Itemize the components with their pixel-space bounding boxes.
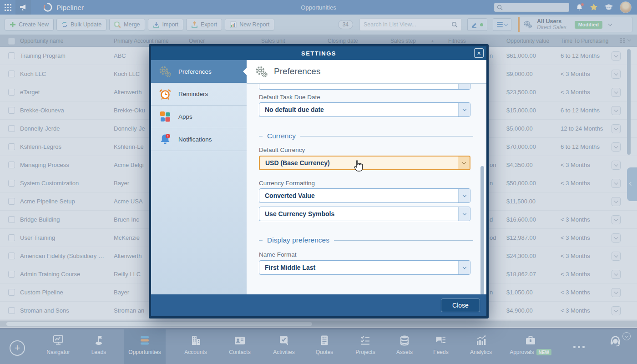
puzzle-apps-icon [158,110,172,124]
gears-icon [158,65,172,78]
sidebar-item-label: Preferences [178,68,212,75]
chevron-down-icon [458,84,470,89]
settings-content-header: Preferences [247,60,486,84]
modal-close-button[interactable]: × [474,48,484,58]
chevron-down-icon [458,157,470,169]
currency-symbols-select[interactable]: Use Currency Symbols [259,207,470,221]
modal-footer: Close [151,294,486,316]
content-header-title: Preferences [274,66,320,76]
task-due-date-value: No default due date [265,106,324,113]
modal-scrollbar[interactable] [480,166,484,294]
task-due-date-label: Default Task Due Date [259,94,486,101]
chevron-down-icon [458,207,470,221]
currency-section-title: Currency [259,131,473,141]
task-due-date-select[interactable]: No default due date [259,102,470,117]
chevron-down-icon [458,103,470,116]
cutoff-select[interactable] [259,84,470,90]
name-format-value: First Middle Last [265,264,315,271]
sidebar-item-apps[interactable]: Apps [151,106,247,128]
currency-formatting-select[interactable]: Converted Value [259,188,470,203]
settings-sidebar: Preferences Reminders Apps ! Notificatio… [151,60,247,294]
svg-text:!: ! [167,134,169,138]
settings-modal: SETTINGS × Preferences Reminders Apps ! [149,44,489,318]
currency-formatting-label: Currency Formatting [259,180,486,187]
name-format-label: Name Format [259,251,486,258]
notification-bell-icon: ! [158,133,172,147]
cursor-pointer [354,159,365,174]
chevron-down-icon [458,261,470,274]
sidebar-item-preferences[interactable]: Preferences [151,60,247,83]
app-screen: Pipeliner Opportunities Create New [0,0,637,364]
currency-formatting-value: Converted Value [265,192,315,199]
alarm-clock-icon [158,87,172,101]
currency-symbols-value: Use Currency Symbols [265,210,334,217]
sidebar-item-reminders[interactable]: Reminders [151,83,247,106]
settings-content: Default Task Due Date No default due dat… [247,84,486,294]
modal-titlebar: SETTINGS × [151,46,486,60]
gears-icon [255,65,268,78]
display-preferences-section-title: Display preferences [259,236,473,245]
name-format-select[interactable]: First Middle Last [259,260,470,275]
chevron-down-icon [458,189,470,202]
sidebar-item-notifications[interactable]: ! Notifications [151,128,247,151]
default-currency-value: USD (Base Currency) [265,159,330,167]
default-currency-label: Default Currency [259,147,486,154]
modal-title: SETTINGS [301,50,336,57]
sidebar-item-label: Notifications [178,136,212,143]
sidebar-item-label: Reminders [178,91,208,97]
close-button[interactable]: Close [441,298,480,312]
sidebar-item-label: Apps [178,113,192,120]
